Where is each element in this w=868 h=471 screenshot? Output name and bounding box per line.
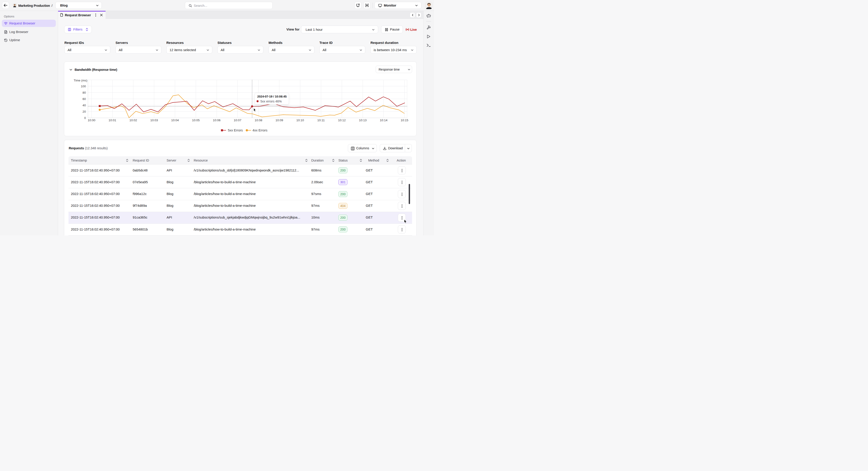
svg-text:10:01: 10:01 [108,119,116,122]
svg-text:20: 20 [83,110,86,113]
svg-text:Time (ms): Time (ms) [74,79,87,82]
svg-text:60: 60 [83,97,86,101]
svg-text:10:11: 10:11 [317,119,325,122]
svg-text:10:15: 10:15 [401,119,408,122]
svg-text:10:07: 10:07 [234,119,241,122]
svg-text:10:10: 10:10 [296,119,304,122]
svg-text:10:08: 10:08 [254,119,262,122]
svg-text:10:14: 10:14 [380,119,388,122]
svg-text:40: 40 [83,104,86,107]
svg-text:10:04: 10:04 [171,119,179,122]
svg-text:10:12: 10:12 [338,119,346,122]
svg-text:80: 80 [83,91,86,94]
svg-text:10:09: 10:09 [276,119,283,122]
svg-text:0: 0 [84,116,86,120]
svg-text:10:00: 10:00 [88,119,95,122]
svg-text:10:02: 10:02 [129,119,137,122]
svg-text:5xx Errors: 5xx Errors [228,128,243,132]
svg-text:10:03: 10:03 [150,119,158,122]
svg-text:4xx Errors: 4xx Errors [252,128,268,132]
svg-text:10:05: 10:05 [192,119,200,122]
svg-text:10:13: 10:13 [359,119,367,122]
svg-text:10:06: 10:06 [213,119,221,122]
svg-text:100: 100 [81,85,86,88]
